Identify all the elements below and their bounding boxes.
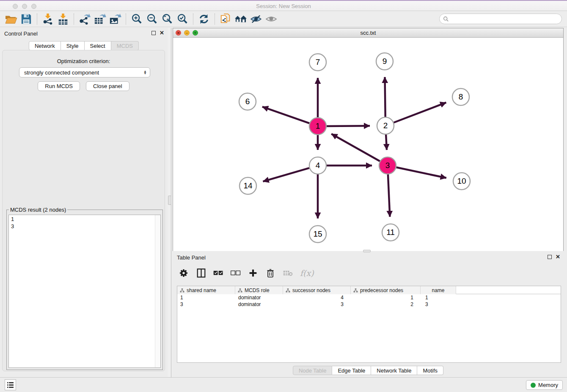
search-input[interactable] (449, 15, 561, 23)
table-tab-network-table[interactable]: Network Table (371, 366, 417, 375)
criterion-dropdown-value: strongly connected component (19, 69, 142, 76)
graph-edge-2-3[interactable] (386, 135, 387, 150)
export-network-button[interactable] (77, 12, 92, 26)
network-close-icon[interactable]: ✕ (176, 30, 181, 36)
close-panel-icon[interactable]: ✕ (160, 31, 164, 35)
create-column-button[interactable] (248, 267, 258, 279)
memory-button[interactable]: Memory (526, 380, 563, 390)
network-canvas[interactable]: 7968124314101511 (173, 38, 563, 251)
select-all-columns-button[interactable] (213, 267, 223, 279)
graph-edge-3-1[interactable] (331, 134, 380, 161)
zoom-in-button[interactable] (129, 12, 144, 26)
result-scrollbar[interactable] (155, 215, 160, 367)
zoom-selected-button[interactable] (175, 12, 190, 26)
graph-node-6[interactable]: 6 (239, 93, 256, 110)
svg-text:8: 8 (459, 92, 463, 101)
save-session-button[interactable] (19, 12, 34, 26)
tab-network[interactable]: Network (29, 41, 61, 50)
column-tree-icon (180, 288, 184, 293)
table-row[interactable]: 1dominator411 (177, 294, 561, 301)
open-folder-icon (5, 14, 17, 25)
import-network-button[interactable] (40, 12, 55, 26)
delete-table-button[interactable] (283, 267, 293, 279)
tab-style[interactable]: Style (61, 41, 85, 50)
tab-mcds[interactable]: MCDS (111, 41, 139, 50)
zoom-out-button[interactable] (144, 12, 160, 26)
svg-text:1: 1 (316, 121, 320, 130)
network-window-titlebar[interactable]: ✕ – + scc.txt (173, 28, 563, 38)
graph-edge-3-11[interactable] (388, 174, 390, 217)
network-maximize-icon[interactable]: + (193, 30, 198, 36)
task-history-button[interactable] (5, 379, 16, 390)
column-header-shared-name[interactable]: shared name (177, 286, 235, 294)
cell-successor-nodes: 3 (283, 301, 351, 308)
show-all-button[interactable] (264, 12, 279, 26)
column-header-mcds-role[interactable]: MCDS role (235, 286, 283, 294)
search-box[interactable] (439, 14, 562, 24)
float-panel-icon[interactable] (151, 31, 156, 35)
column-header-successor-nodes[interactable]: successor nodes (283, 286, 351, 294)
export-table-button[interactable] (92, 12, 107, 26)
cell-shared-name: 3 (177, 301, 235, 308)
network-window-title: scc.txt (173, 28, 563, 37)
export-image-icon (109, 13, 121, 25)
graph-node-15[interactable]: 15 (309, 226, 326, 243)
hide-selected-button[interactable] (248, 12, 264, 26)
graph-edge-3-10[interactable] (396, 167, 446, 178)
close-panel-button[interactable]: Close panel (86, 81, 129, 91)
cell-mcds-role: dominator (235, 301, 283, 308)
criterion-dropdown[interactable]: strongly connected component ▲▼ (19, 67, 150, 77)
column-tree-icon (238, 288, 242, 293)
export-network-icon (78, 13, 91, 25)
graph-node-9[interactable]: 9 (376, 53, 393, 70)
graph-node-2[interactable]: 2 (377, 117, 394, 134)
graph-node-1[interactable]: 1 (309, 118, 326, 135)
export-image-button[interactable] (107, 12, 123, 26)
unselect-all-columns-button[interactable] (231, 267, 241, 279)
graph-node-14[interactable]: 14 (239, 177, 256, 194)
graph-edge-2-9[interactable] (385, 77, 385, 117)
splitter-grip[interactable] (168, 196, 171, 205)
delete-column-button[interactable] (265, 267, 275, 279)
svg-text:10: 10 (457, 177, 466, 185)
graph-node-10[interactable]: 10 (453, 173, 470, 190)
table-row[interactable]: 3dominator323 (177, 301, 561, 308)
column-header-name[interactable]: name (421, 286, 456, 294)
table-tab-motifs[interactable]: Motifs (417, 366, 443, 375)
graph-node-3[interactable]: 3 (379, 157, 396, 174)
table-tab-edge-table[interactable]: Edge Table (332, 366, 371, 375)
houses-icon (234, 14, 248, 25)
table-settings-button[interactable] (179, 267, 189, 279)
float-table-panel-icon[interactable] (548, 255, 552, 259)
open-session-button[interactable] (3, 12, 19, 26)
graph-node-7[interactable]: 7 (309, 54, 326, 71)
network-minimize-icon[interactable]: – (184, 30, 190, 36)
run-mcds-button[interactable]: Run MCDS (38, 81, 80, 91)
columns-icon (197, 268, 206, 278)
table-tab-node-table[interactable]: Node Table (293, 366, 333, 375)
function-builder-button[interactable]: f(x) (300, 267, 314, 279)
graph-node-11[interactable]: 11 (382, 224, 399, 241)
delete-table-icon (283, 270, 293, 276)
export-table-icon (94, 13, 106, 25)
apply-layout-button[interactable] (196, 12, 212, 26)
graph-edge-2-8[interactable] (394, 102, 446, 122)
panel-splitter[interactable] (168, 28, 172, 377)
graph-edge-1-6[interactable] (262, 107, 309, 123)
graph-edge-1-2[interactable] (327, 126, 370, 126)
close-table-panel-icon[interactable]: ✕ (556, 255, 560, 259)
import-table-button[interactable] (55, 12, 71, 26)
show-column-button[interactable] (196, 267, 206, 279)
node-table: shared nameMCDS rolesuccessor nodesprede… (177, 286, 561, 363)
first-neighbors-button[interactable] (233, 12, 248, 26)
table-tabs: Node TableEdge TableNetwork TableMotifs (173, 366, 564, 375)
column-header-predecessor-nodes[interactable]: predecessor nodes (351, 286, 421, 294)
graph-node-4[interactable]: 4 (309, 157, 326, 174)
new-network-from-selection-button[interactable] (218, 12, 233, 26)
tab-select[interactable]: Select (85, 41, 111, 50)
control-panel: Control Panel ✕ NetworkStyleSelectMCDS O… (0, 28, 168, 377)
graph-edge-4-14[interactable] (263, 168, 309, 182)
graph-node-8[interactable]: 8 (452, 88, 469, 105)
status-bar: Memory (0, 377, 567, 392)
zoom-fit-button[interactable] (160, 12, 175, 26)
